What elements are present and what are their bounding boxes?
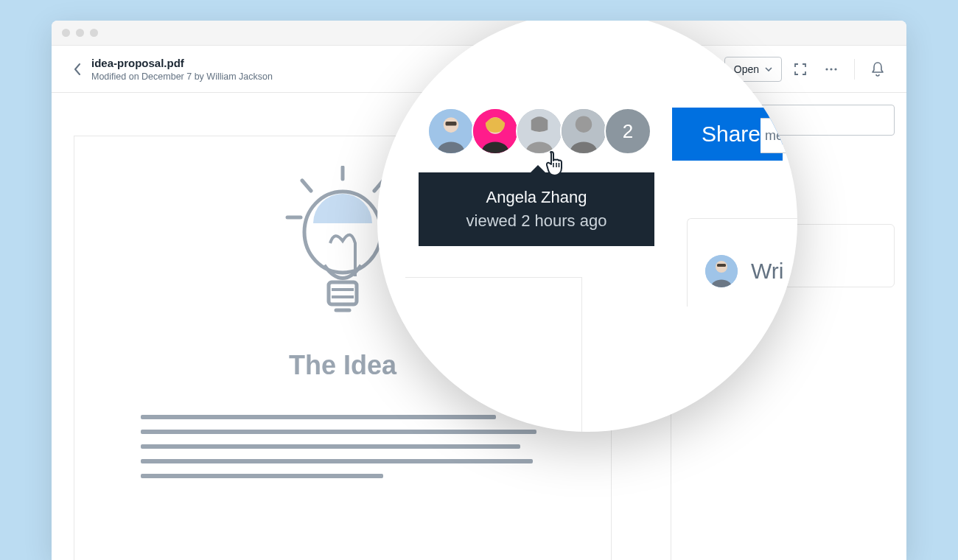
caret-down-icon [765, 67, 772, 71]
person-icon [705, 255, 738, 287]
svg-rect-17 [446, 122, 457, 126]
svg-point-0 [825, 68, 828, 70]
window-minimize-dot[interactable] [76, 29, 84, 37]
comment-card-fragment[interactable]: Wri [687, 218, 797, 307]
pointer-cursor-icon [545, 150, 570, 181]
viewer-overflow-count[interactable]: 2 [604, 108, 651, 155]
window-maximize-dot[interactable] [90, 29, 98, 37]
file-meta: idea-proposal.pdf Modified on December 7… [91, 56, 273, 83]
ellipsis-icon [825, 68, 837, 71]
person-icon [429, 109, 473, 153]
bell-icon [871, 62, 884, 77]
file-modified-text: Modified on December 7 by William Jackso… [91, 71, 273, 82]
tooltip-viewer-name: Angela Zhang [435, 186, 638, 209]
share-button-label: Share [702, 122, 761, 147]
person-icon [473, 109, 517, 153]
file-name: idea-proposal.pdf [91, 56, 273, 71]
svg-line-4 [302, 181, 311, 191]
viewer-tooltip: Angela Zhang viewed 2 hours ago [419, 172, 654, 246]
svg-point-2 [834, 68, 836, 70]
viewer-avatar-4[interactable] [560, 108, 607, 155]
person-icon [517, 109, 562, 153]
viewer-avatar-1[interactable] [427, 108, 475, 155]
window-close-dot[interactable] [62, 29, 70, 37]
fullscreen-button[interactable] [788, 57, 813, 82]
open-button-label: Open [734, 63, 759, 75]
svg-point-23 [576, 116, 592, 133]
back-button[interactable] [68, 60, 87, 79]
svg-rect-9 [329, 282, 357, 304]
svg-rect-29 [717, 264, 726, 267]
comment-snippet: Wri [751, 259, 783, 284]
more-options-button[interactable] [819, 57, 844, 82]
overflow-count-label: 2 [623, 120, 633, 143]
viewer-avatar-3[interactable] [516, 108, 563, 155]
notifications-button[interactable] [865, 57, 890, 82]
chevron-left-icon [74, 63, 81, 75]
separator [854, 59, 855, 80]
app-window: idea-proposal.pdf Modified on December 7… [52, 21, 906, 560]
paragraph-placeholder [141, 415, 545, 478]
fullscreen-icon [794, 63, 806, 75]
commenter-avatar [705, 255, 738, 287]
tooltip-viewer-activity: viewed 2 hours ago [435, 209, 638, 233]
header-actions: Open [724, 57, 890, 82]
person-icon [562, 109, 606, 153]
viewer-avatar-2[interactable] [472, 108, 519, 155]
zoom-lens-overlay: 2 Share ment Angela Zhang viewed 2 hours… [377, 21, 797, 432]
svg-point-1 [830, 68, 832, 70]
viewer-avatars-row: 2 [427, 108, 651, 155]
